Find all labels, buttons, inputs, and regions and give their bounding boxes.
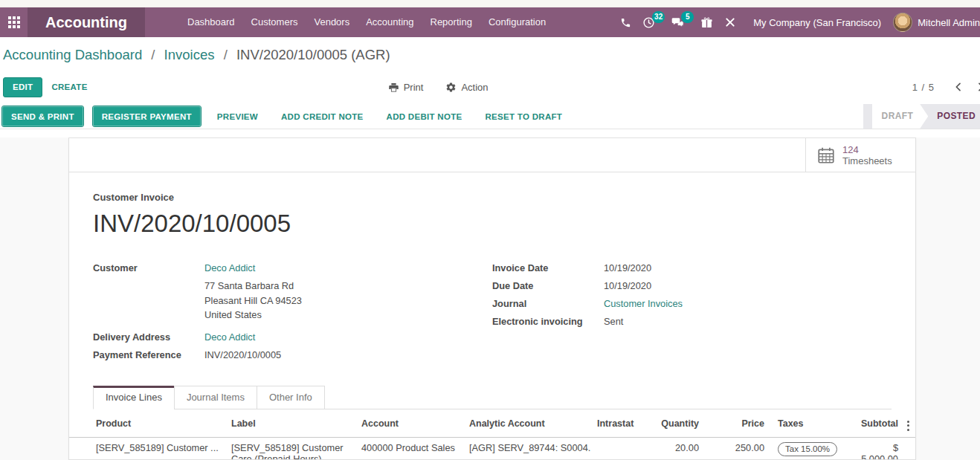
customer-link[interactable]: Deco Addict — [204, 262, 255, 273]
cell-intrastat — [591, 437, 647, 460]
invoice-line-row[interactable]: [SERV_585189] Customer ... [SERV_585189]… — [69, 437, 916, 460]
activities-clock-icon[interactable]: 32 — [642, 16, 655, 29]
field-groups: Customer Deco Addict 77 Santa Barbara Rd… — [93, 259, 892, 364]
column-header-product[interactable]: Product — [69, 409, 225, 438]
invoice-date-label: Invoice Date — [492, 259, 604, 277]
field-electronic-invoicing: Electronic invoicing Sent — [492, 313, 892, 331]
field-group-left: Customer Deco Addict 77 Santa Barbara Rd… — [93, 259, 492, 364]
due-date-value: 10/19/2020 — [604, 277, 651, 295]
column-header-taxes[interactable]: Taxes — [770, 409, 852, 438]
apps-menu-button[interactable] — [0, 7, 28, 37]
column-header-label[interactable]: Label — [225, 409, 355, 438]
menu-configuration[interactable]: Configuration — [480, 7, 554, 37]
state-posted: POSTED — [928, 104, 980, 129]
app-name-accounting[interactable]: Accounting — [28, 7, 145, 37]
company-switcher[interactable]: My Company (San Francisco) — [753, 17, 881, 28]
gift-icon[interactable] — [700, 16, 713, 29]
tools-icon[interactable] — [724, 16, 736, 28]
preview-button[interactable]: PREVIEW — [210, 106, 265, 126]
delivery-address-label: Delivery Address — [93, 328, 204, 346]
cell-account: 400000 Product Sales — [355, 437, 463, 460]
cell-analytic-account: [AGR] SERV_89744: S0004... — [463, 437, 591, 460]
statusbar-buttons: SEND & PRINT REGISTER PAYMENT PREVIEW AD… — [2, 106, 569, 126]
field-customer: Customer Deco Addict 77 Santa Barbara Rd… — [93, 259, 492, 323]
menu-vendors[interactable]: Vendors — [306, 7, 358, 37]
column-header-account[interactable]: Account — [355, 409, 463, 438]
delivery-address-link[interactable]: Deco Addict — [204, 331, 255, 343]
printer-icon — [388, 82, 399, 93]
column-header-intrastat[interactable]: Intrastat — [591, 409, 647, 438]
send-and-print-button[interactable]: SEND & PRINT — [2, 106, 83, 126]
user-avatar[interactable] — [893, 13, 912, 32]
calendar-icon — [816, 146, 836, 165]
column-header-quantity[interactable]: Quantity — [647, 409, 705, 438]
tab-journal-items[interactable]: Journal Items — [174, 386, 257, 409]
payment-reference-value: INV/2020/10/0005 — [204, 346, 281, 364]
edit-button[interactable]: EDIT — [3, 77, 42, 97]
field-payment-reference: Payment Reference INV/2020/10/0005 — [93, 346, 492, 364]
menu-customers[interactable]: Customers — [243, 7, 306, 37]
form-view-background: 124 Timesheets Customer Invoice INV/2020… — [0, 137, 980, 460]
customer-address-line: 77 Santa Barbara Rd — [204, 279, 302, 294]
cell-subtotal: $ 5,000.00 — [852, 437, 906, 460]
timesheets-label: Timesheets — [842, 155, 892, 166]
invoice-sheet: 124 Timesheets Customer Invoice INV/2020… — [68, 137, 916, 460]
invoice-date-value: 10/19/2020 — [604, 259, 651, 277]
status-widget: DRAFT POSTED — [863, 104, 980, 129]
browser-top-strip — [0, 0, 980, 7]
voip-phone-icon[interactable] — [620, 17, 631, 28]
cell-product: [SERV_585189] Customer ... — [69, 437, 225, 460]
action-label: Action — [461, 82, 488, 93]
reset-to-draft-button[interactable]: RESET TO DRAFT — [479, 106, 570, 126]
main-menu: Dashboard Customers Vendors Accounting R… — [179, 7, 554, 37]
menu-dashboard[interactable]: Dashboard — [179, 7, 243, 37]
tab-invoice-lines[interactable]: Invoice Lines — [93, 386, 175, 409]
user-menu[interactable]: Mitchell Admin — [918, 17, 980, 28]
action-button[interactable]: Action — [445, 82, 488, 93]
breadcrumb: Accounting Dashboard / Invoices / INV/20… — [0, 37, 980, 70]
cell-taxes: Tax 15.00% — [770, 437, 852, 460]
top-navbar: Accounting Dashboard Customers Vendors A… — [0, 7, 980, 37]
print-button[interactable]: Print — [388, 82, 424, 93]
timesheets-count: 124 — [842, 144, 859, 155]
pager-next-icon[interactable] — [975, 81, 980, 93]
column-header-analytic-account[interactable]: Analytic Account — [463, 409, 591, 438]
menu-accounting[interactable]: Accounting — [358, 7, 422, 37]
create-button[interactable]: CREATE — [42, 77, 96, 97]
field-journal: Journal Customer Invoices — [492, 295, 892, 313]
sheet-body: Customer Invoice INV/2020/10/0005 Custom… — [69, 172, 915, 460]
invoice-name-title: INV/2020/10/0005 — [93, 207, 892, 240]
electronic-invoicing-label: Electronic invoicing — [492, 313, 604, 331]
kebab-icon — [906, 418, 911, 433]
register-payment-button[interactable]: REGISTER PAYMENT — [93, 106, 201, 126]
control-panel: Accounting Dashboard / Invoices / INV/20… — [0, 37, 980, 104]
tax-badge: Tax 15.00% — [778, 442, 837, 456]
menu-reporting[interactable]: Reporting — [422, 7, 480, 37]
statusbar: SEND & PRINT REGISTER PAYMENT PREVIEW AD… — [0, 104, 980, 129]
pager-counter: 1 / 5 — [912, 82, 935, 93]
document-type-label: Customer Invoice — [93, 192, 892, 203]
customer-address-line: United States — [204, 308, 302, 323]
cell-label: [SERV_585189] Customer Care (Prepaid Hou… — [225, 437, 355, 460]
journal-link[interactable]: Customer Invoices — [604, 298, 683, 309]
optional-columns-toggle[interactable] — [906, 409, 916, 438]
messages-chat-icon[interactable]: 5 — [671, 16, 684, 29]
cell-kebab-spacer — [906, 437, 916, 460]
column-header-subtotal[interactable]: Subtotal — [852, 409, 906, 438]
apps-grid-icon — [8, 16, 20, 28]
add-credit-note-button[interactable]: ADD CREDIT NOTE — [274, 106, 370, 126]
invoice-lines-table: Product Label Account Analytic Account I… — [69, 409, 915, 460]
print-label: Print — [404, 82, 424, 93]
state-draft: DRAFT — [872, 104, 929, 129]
control-panel-buttons: EDIT CREATE Print Action 1 / 5 — [0, 70, 980, 104]
column-header-price[interactable]: Price — [705, 409, 770, 438]
pager-previous-icon[interactable] — [952, 81, 964, 93]
pager: 1 / 5 — [912, 81, 980, 93]
breadcrumb-invoices[interactable]: Invoices — [164, 47, 215, 62]
tab-other-info[interactable]: Other Info — [257, 386, 325, 409]
timesheets-stat-button[interactable]: 124 Timesheets — [805, 138, 915, 172]
add-debit-note-button[interactable]: ADD DEBIT NOTE — [380, 106, 469, 126]
table-header-row: Product Label Account Analytic Account I… — [69, 409, 916, 438]
due-date-label: Due Date — [492, 277, 604, 295]
breadcrumb-accounting-dashboard[interactable]: Accounting Dashboard — [3, 47, 142, 62]
